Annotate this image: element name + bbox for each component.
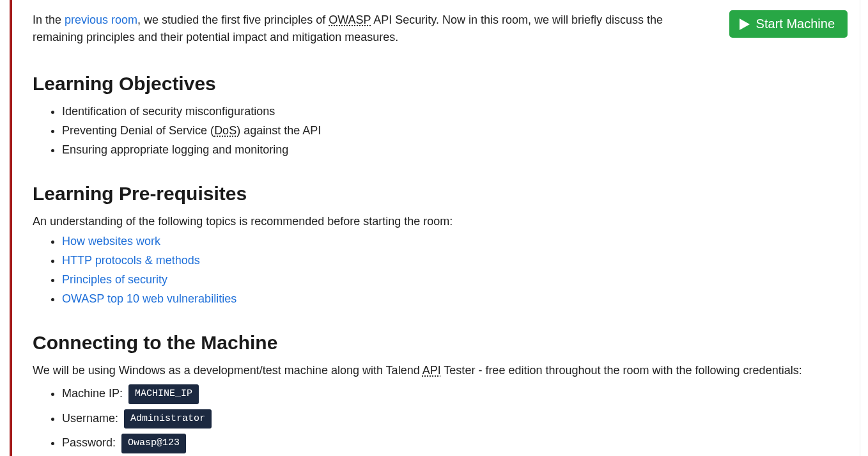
list-item: How websites work xyxy=(62,233,841,250)
connect-heading: Connecting to the Machine xyxy=(33,328,841,357)
connect-lead: We will be using Windows as a developmen… xyxy=(33,362,841,379)
password-label: Password: xyxy=(62,436,116,449)
list-item: Identification of security misconfigurat… xyxy=(62,103,841,120)
list-item: Preventing Denial of Service (DoS) again… xyxy=(62,122,841,139)
svg-marker-0 xyxy=(740,19,750,30)
intro-paragraph: In the previous room, we studied the fir… xyxy=(33,0,841,46)
prereq-lead: An understanding of the following topics… xyxy=(33,213,841,230)
list-item: Ensuring appropriate logging and monitor… xyxy=(62,141,841,159)
start-machine-button[interactable]: Start Machine xyxy=(729,10,848,38)
password-value: Owasp@123 xyxy=(121,434,186,453)
prereq-heading: Learning Pre-requisites xyxy=(33,179,841,208)
list-item: Password: Owasp@123 xyxy=(62,434,841,453)
machine-ip-label: Machine IP: xyxy=(62,387,123,400)
list-item: Username: Administrator xyxy=(62,409,841,429)
username-value: Administrator xyxy=(124,409,212,429)
list-item: HTTP protocols & methods xyxy=(62,252,841,269)
machine-ip-value: MACHINE_IP xyxy=(128,384,199,404)
prereq-link[interactable]: HTTP protocols & methods xyxy=(62,254,200,267)
objectives-list: Identification of security misconfigurat… xyxy=(33,103,841,159)
credentials-list: Machine IP: MACHINE_IP Username: Adminis… xyxy=(33,384,841,453)
previous-room-link[interactable]: previous room xyxy=(65,13,137,26)
list-item: Principles of security xyxy=(62,271,841,288)
intro-text: , we studied the first five principles o… xyxy=(137,13,329,26)
prereq-list: How websites work HTTP protocols & metho… xyxy=(33,233,841,308)
learning-objectives-heading: Learning Objectives xyxy=(33,69,841,98)
prereq-link[interactable]: Principles of security xyxy=(62,273,167,286)
dos-abbr: DoS xyxy=(214,124,236,137)
owasp-abbr: OWASP xyxy=(329,13,371,26)
lesson-card: Start Machine In the previous room, we s… xyxy=(10,0,860,456)
list-item: OWASP top 10 web vulnerabilities xyxy=(62,290,841,308)
play-icon xyxy=(740,19,750,30)
prereq-link[interactable]: OWASP top 10 web vulnerabilities xyxy=(62,292,236,305)
username-label: Username: xyxy=(62,412,118,425)
intro-text: In the xyxy=(33,13,65,26)
prereq-link[interactable]: How websites work xyxy=(62,235,160,248)
list-item: Machine IP: MACHINE_IP xyxy=(62,384,841,404)
start-machine-label: Start Machine xyxy=(756,17,835,31)
api-abbr: API xyxy=(422,364,441,377)
